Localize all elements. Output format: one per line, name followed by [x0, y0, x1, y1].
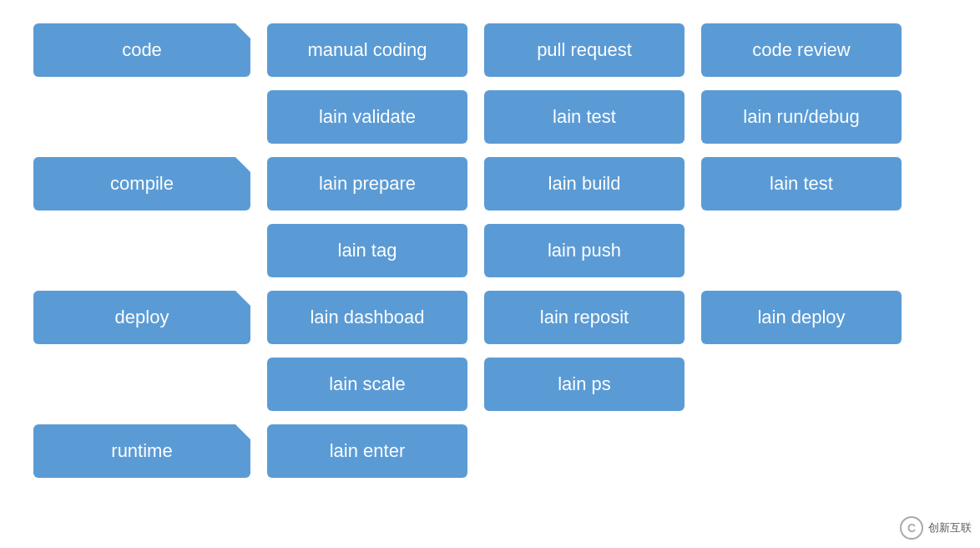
- cell-r4-c2: lain reposit: [484, 291, 684, 344]
- empty-cell: [701, 224, 902, 277]
- cell-label: lain dashboad: [310, 307, 424, 328]
- cell-r1-c1: lain validate: [267, 90, 467, 144]
- cell-label: lain enter: [330, 440, 406, 462]
- empty-cell: [484, 424, 684, 478]
- cell-label: lain build: [548, 173, 621, 195]
- watermark-icon: C: [900, 516, 923, 540]
- cell-label: lain push: [548, 240, 621, 261]
- cell-r2-c1: lain prepare: [267, 157, 467, 211]
- cell-r4-c0: deploy: [33, 291, 250, 344]
- cell-r3-c2: lain push: [484, 224, 684, 277]
- cell-label: compile: [110, 173, 174, 195]
- cell-label: lain prepare: [319, 173, 416, 195]
- cell-label: lain tag: [338, 240, 397, 261]
- cell-label: code review: [752, 39, 850, 61]
- cell-label: manual coding: [307, 39, 427, 61]
- cell-r1-c3: lain run/debug: [701, 90, 902, 144]
- cell-r0-c3: code review: [701, 23, 902, 77]
- cell-r4-c3: lain deploy: [701, 291, 902, 344]
- cell-r6-c0: runtime: [33, 424, 250, 478]
- empty-cell: [33, 224, 250, 277]
- cell-r6-c1: lain enter: [267, 424, 467, 478]
- cell-label: code: [122, 39, 162, 61]
- cell-r0-c0: code: [33, 23, 250, 77]
- cell-label: pull request: [537, 39, 632, 61]
- main-grid: codemanual codingpull requestcode review…: [0, 0, 980, 501]
- cell-label: runtime: [111, 440, 172, 462]
- cell-r5-c1: lain scale: [267, 358, 467, 411]
- cell-label: lain test: [770, 173, 833, 195]
- cell-label: lain scale: [329, 373, 406, 395]
- cell-label: lain deploy: [757, 307, 845, 328]
- cell-r1-c2: lain test: [484, 90, 684, 144]
- cell-r2-c3: lain test: [701, 157, 902, 211]
- empty-cell: [701, 424, 902, 478]
- empty-cell: [33, 358, 250, 411]
- cell-label: lain reposit: [540, 307, 629, 328]
- cell-r4-c1: lain dashboad: [267, 291, 467, 344]
- watermark-text: 创新互联: [928, 520, 972, 535]
- cell-label: deploy: [115, 307, 169, 328]
- cell-r2-c2: lain build: [484, 157, 684, 211]
- cell-label: lain ps: [558, 373, 611, 395]
- cell-r5-c2: lain ps: [484, 358, 684, 411]
- empty-cell: [33, 90, 250, 144]
- cell-r2-c0: compile: [33, 157, 250, 211]
- cell-r0-c2: pull request: [484, 23, 684, 77]
- cell-r0-c1: manual coding: [267, 23, 467, 77]
- cell-label: lain run/debug: [743, 106, 859, 128]
- empty-cell: [701, 358, 902, 411]
- cell-r3-c1: lain tag: [267, 224, 467, 277]
- cell-label: lain validate: [319, 106, 416, 128]
- cell-label: lain test: [553, 106, 616, 128]
- watermark: C 创新互联: [900, 516, 972, 540]
